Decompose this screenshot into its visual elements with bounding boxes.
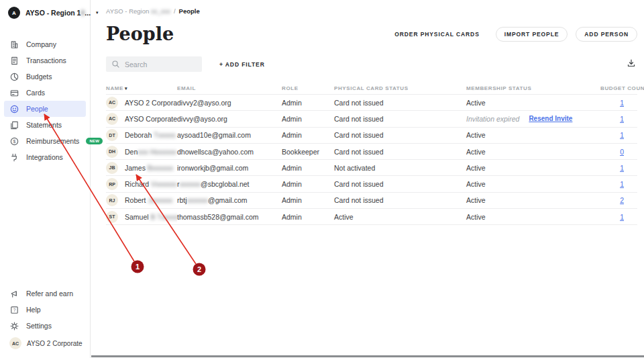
budget-count-link[interactable]: 1 — [620, 213, 624, 221]
avatar: RP — [106, 178, 118, 190]
table-row[interactable]: DT Deborah Txxxxx aysoad10e@gmail.com Ad… — [106, 128, 637, 144]
membership-cell: Active — [466, 196, 600, 204]
membership-status: Active — [466, 196, 486, 204]
role-cell: Admin — [282, 164, 334, 172]
account-switcher[interactable]: AC AYSO 2 Corporate — [4, 334, 86, 353]
person-name-redacted: Bxxxxxx — [148, 164, 174, 172]
name-cell: RP Richard Vxxxxxx — [106, 178, 177, 190]
person-name-clear: AYSO 2 Corporate — [125, 99, 177, 107]
sidebar-item-label: People — [26, 105, 48, 113]
sidebar-item-label: Statements — [26, 121, 62, 129]
person-name-redacted: B Txxxxx — [151, 213, 177, 221]
membership-status: Invitation expired — [466, 115, 519, 123]
sidebar-item-statements[interactable]: Statements — [4, 117, 86, 133]
membership-cell: Active — [466, 180, 600, 188]
email-cell: rbtjxxxxxx@gmail.com — [177, 196, 282, 204]
reimbursements-icon: $ — [9, 136, 19, 146]
settings-icon — [9, 321, 19, 331]
membership-status: Active — [466, 99, 486, 107]
budget-count-link[interactable]: 2 — [620, 196, 624, 204]
email-cell: dhowellsca@yahoo.com — [177, 148, 282, 156]
add-filter-button[interactable]: + ADD FILTER — [211, 58, 273, 71]
org-name-redacted: 0 — [80, 9, 85, 17]
budget-count-link[interactable]: 1 — [620, 180, 624, 188]
role-cell: Admin — [282, 115, 334, 123]
budgets-icon — [9, 72, 19, 82]
membership-status: Active — [466, 180, 486, 188]
sidebar-item-transactions[interactable]: Transactions — [4, 52, 86, 69]
email-cell: ironworkjb@gmail.com — [177, 164, 282, 172]
table-row[interactable]: RJ Robert Jxxxxxx rbtjxxxxxx@gmail.com A… — [106, 193, 637, 209]
main-content: AYSO - Region xx_xxx / People People ORD… — [91, 0, 644, 358]
help-icon: ? — [9, 305, 19, 315]
sidebar-item-label: Company — [26, 40, 56, 48]
sidebar-item-reimbursements[interactable]: $ Reimbursements NEW — [4, 133, 86, 149]
person-name: Robert Jxxxxxx — [125, 196, 172, 204]
email-redacted: xxxxxx — [180, 180, 201, 188]
import-people-button[interactable]: IMPORT PEOPLE — [496, 27, 568, 42]
breadcrumb-root-redacted: xx_xxx — [151, 7, 170, 15]
sidebar-item-budgets[interactable]: Budgets — [4, 69, 86, 85]
sidebar-item-people[interactable]: People — [4, 101, 86, 117]
svg-text:?: ? — [13, 307, 16, 312]
column-header-role: ROLE — [282, 85, 334, 91]
breadcrumb-current: People — [179, 7, 200, 15]
table-row[interactable]: ST Samuel B Txxxxx thomassb528@gmail.com… — [106, 209, 637, 225]
sidebar-item-label: Settings — [26, 322, 52, 330]
person-name-redacted: Txxxxx — [154, 131, 176, 139]
person-name-clear: Samuel — [125, 213, 151, 221]
person-name: James Bxxxxxx — [125, 164, 173, 172]
table-row[interactable]: AC AYSO 2 Corporate divvy2@ayso.org Admi… — [106, 95, 637, 111]
person-name-redacted: Jxxxxxx — [148, 196, 172, 204]
card-status-cell: Card not issued — [334, 148, 466, 156]
name-cell: RJ Robert Jxxxxxx — [106, 194, 177, 206]
sidebar-item-help[interactable]: ? Help — [4, 302, 86, 318]
email-domain: @sbcglobal.net — [201, 180, 250, 188]
sidebar-item-cards[interactable]: Cards — [4, 85, 86, 101]
budget-count-link[interactable]: 0 — [620, 148, 624, 156]
download-button[interactable] — [625, 57, 637, 71]
add-person-button[interactable]: ADD PERSON — [576, 27, 637, 42]
column-header-name[interactable]: NAME▾ — [106, 85, 177, 91]
integrations-icon — [9, 152, 19, 163]
budget-count-cell: 0 — [600, 148, 637, 156]
budget-count-link[interactable]: 1 — [620, 99, 624, 107]
resend-invite-link[interactable]: Resend Invite — [529, 115, 572, 122]
avatar: DH — [106, 146, 118, 158]
breadcrumb-separator: / — [174, 7, 176, 15]
breadcrumb-root[interactable]: AYSO - Region xx_xxx — [106, 7, 170, 15]
table-row[interactable]: AC AYSO Corporate divvy@ayso.org Admin C… — [106, 111, 637, 127]
table-row[interactable]: DH Denxxx Hxxxxxx dhowellsca@yahoo.com B… — [106, 144, 637, 160]
sidebar-item-integrations[interactable]: Integrations — [4, 149, 86, 165]
sidebar-item-refer-and-earn[interactable]: Refer and earn — [4, 285, 86, 302]
budget-count-link[interactable]: 1 — [620, 131, 624, 139]
search-box[interactable] — [106, 56, 202, 72]
membership-status: Active — [466, 213, 486, 221]
sidebar-item-label: Budgets — [26, 73, 52, 81]
column-header-email: EMAIL — [177, 85, 282, 91]
breadcrumb: AYSO - Region xx_xxx / People — [106, 0, 637, 15]
horizontal-scrollbar[interactable] — [91, 355, 644, 357]
account-label: AYSO 2 Corporate — [27, 340, 83, 347]
name-cell: AC AYSO Corporate — [106, 113, 177, 125]
card-status-cell: Not activated — [334, 164, 466, 172]
table-row[interactable]: JB James Bxxxxxx ironworkjb@gmail.com Ad… — [106, 160, 637, 176]
person-name-redacted: xxx Hxxxxxx — [138, 148, 176, 156]
person-name-clear: AYSO Corporate — [125, 115, 177, 123]
avatar: JB — [106, 162, 118, 174]
people-icon — [9, 104, 19, 114]
membership-cell: Active — [466, 131, 600, 139]
order-physical-cards-button[interactable]: ORDER PHYSICAL CARDS — [386, 28, 487, 41]
org-avatar: A — [8, 7, 20, 19]
company-icon — [9, 40, 19, 50]
sidebar-item-settings[interactable]: Settings — [4, 318, 86, 334]
table-header-row: NAME▾ EMAIL ROLE PHYSICAL CARD STATUS ME… — [106, 82, 637, 95]
table-row[interactable]: RP Richard Vxxxxxx rxxxxxx@sbcglobal.net… — [106, 176, 637, 192]
budget-count-link[interactable]: 1 — [620, 115, 624, 123]
org-switcher[interactable]: A AYSO - Region 10... ▾ — [0, 0, 90, 19]
membership-status: Active — [466, 164, 486, 172]
toolbar: + ADD FILTER — [106, 56, 637, 72]
budget-count-link[interactable]: 1 — [620, 164, 624, 172]
search-input[interactable] — [125, 60, 197, 69]
sidebar-item-company[interactable]: Company — [4, 36, 86, 52]
